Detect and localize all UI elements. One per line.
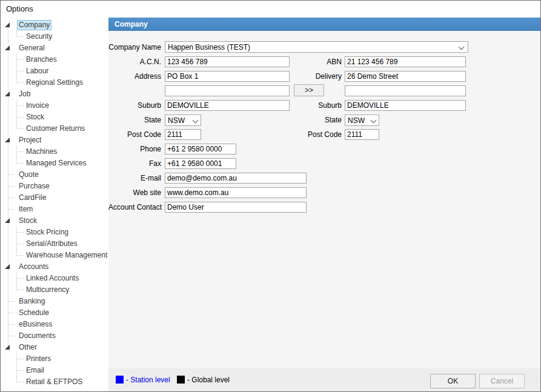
cancel-button[interactable]: Cancel [479,374,525,388]
tree-item-retail-eftpos[interactable]: Retail & EFTPOS [1,376,108,388]
tree-expander-icon[interactable] [5,22,10,27]
tree-item-stock[interactable]: Stock [1,111,108,123]
tree-item-linked-accounts[interactable]: Linked Accounts [1,273,108,284]
tree-item-label: Job [17,90,32,99]
tree-item-label: Project [17,136,43,145]
panel-footer: - Station level - Global level OK Cancel [108,368,540,391]
tree-item-label: Item [17,205,35,214]
tree-item-branches[interactable]: Branches [1,54,108,65]
tree-item-quote[interactable]: Quote [1,169,108,181]
tree-item-email[interactable]: Email [1,365,108,376]
tree-item-label: Branches [24,55,59,64]
phone-label: Phone [108,144,161,154]
delivery-postcode-input[interactable] [345,129,379,140]
company-name-label: Company Name [108,42,161,53]
tree-item-label: CardFile [17,193,48,202]
tree-item-customer-returns[interactable]: Customer Returns [1,123,108,135]
chevron-down-icon [193,118,199,124]
company-name-select[interactable]: Happen Business (TEST) [165,41,468,53]
tree-item-job[interactable]: Job [1,88,108,100]
tree-item-label: Schedule [17,308,51,317]
station-level-label: - Station level [126,376,170,384]
postcode-input[interactable] [165,129,201,140]
tree: CompanySecurityGeneralBranchesLabourRegi… [1,18,108,391]
tree-item-label: Serial/Attributes [24,239,79,248]
account-contact-input[interactable] [165,202,307,213]
ok-button[interactable]: OK [430,374,476,388]
email-input[interactable] [165,173,307,184]
suburb-input[interactable] [165,100,290,111]
title-bar: Options [1,1,540,18]
tree-item-other[interactable]: Other [1,342,108,353]
tree-item-stock-pricing[interactable]: Stock Pricing [1,227,108,238]
delivery-state-select[interactable]: NSW [345,115,379,126]
tree-item-project[interactable]: Project [1,135,108,146]
tree-item-label: Retail & EFTPOS [24,377,84,387]
tree-item-serial-attributes[interactable]: Serial/Attributes [1,238,108,250]
tree-item-ebusiness[interactable]: eBusiness [1,319,108,330]
tree-item-multicurrency[interactable]: Multicurrency [1,284,108,296]
tree-item-label: Company [17,20,51,30]
acn-input[interactable] [165,56,290,67]
tree-item-stock[interactable]: Stock [1,215,108,227]
suburb-label: Suburb [108,100,161,111]
copy-address-button[interactable]: >> [294,84,324,96]
tree-item-warehouse-management[interactable]: Warehouse Management [1,250,108,261]
tree-item-general[interactable]: General [1,42,108,54]
tree-item-managed-services[interactable]: Managed Services [1,158,108,169]
abn-input[interactable] [345,56,466,67]
tree-item-label: Documents [17,331,58,341]
tree-item-labour[interactable]: Labour [1,65,108,77]
tree-expander-icon[interactable] [5,264,10,269]
tree-item-label: Other [17,343,39,352]
chevron-down-icon [371,118,377,124]
chevron-down-icon [459,44,465,50]
tree-item-purchase[interactable]: Purchase [1,181,108,192]
tree-item-label: Warehouse Management [24,251,108,260]
tree-expander-icon[interactable] [5,45,10,50]
tree-item-machines[interactable]: Machines [1,146,108,158]
tree-item-regional-settings[interactable]: Regional Settings [1,77,108,88]
delivery-state-value: NSW [348,116,365,125]
tree-item-banking[interactable]: Banking [1,296,108,307]
tree-item-label: Purchase [17,182,51,191]
delivery-label: Delivery [290,71,342,82]
panel-header: Company [108,18,540,31]
delivery-line1-input[interactable] [345,71,466,82]
tree-item-label: Invoice [24,101,51,110]
phone-input[interactable] [165,144,236,154]
tree-item-label: Quote [17,170,41,179]
tree-item-cardfile[interactable]: CardFile [1,192,108,204]
tree-item-label: Regional Settings [24,78,85,87]
tree-expander-icon[interactable] [5,91,10,96]
tree-expander-icon[interactable] [5,138,10,142]
delivery-line2-input[interactable] [345,85,466,96]
postcode-label: Post Code [108,129,161,140]
delivery-state-label: State [290,115,342,125]
tree-item-security[interactable]: Security [1,31,108,42]
tree-item-label: Labour [24,67,50,76]
delivery-suburb-input[interactable] [345,100,466,111]
address-line1-input[interactable] [165,71,290,82]
tree-expander-icon[interactable] [5,218,10,223]
tree-item-invoice[interactable]: Invoice [1,100,108,111]
tree-item-company[interactable]: Company [1,19,108,31]
tree-item-schedule[interactable]: Schedule [1,307,108,319]
tree-item-label: Stock [17,216,39,225]
tree-item-printers[interactable]: Printers [1,353,108,365]
tree-item-label: Linked Accounts [24,274,81,283]
delivery-postcode-label: Post Code [290,129,342,140]
acn-label: A.C.N. [108,56,161,67]
address-line2-input[interactable] [165,85,290,96]
website-input[interactable] [165,187,307,198]
tree-item-item[interactable]: Item [1,204,108,215]
tree-item-label: Machines [24,147,59,156]
tree-item-documents[interactable]: Documents [1,330,108,342]
tree-item-accounts[interactable]: Accounts [1,261,108,273]
state-select[interactable]: NSW [165,115,201,126]
tree-item-label: eBusiness [17,320,54,329]
panel-content: Company Name Happen Business (TEST) A.C.… [108,31,540,368]
fax-input[interactable] [165,158,236,169]
tree-expander-icon[interactable] [5,345,10,350]
tree-item-label: Banking [17,297,47,306]
